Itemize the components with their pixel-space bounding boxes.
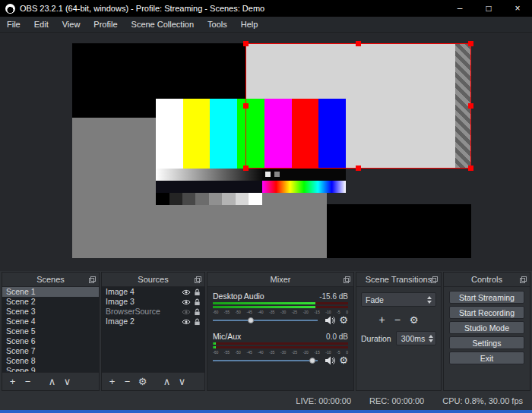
scene-list-item[interactable]: Scene 5 [2,326,99,336]
scale-tick-label: -60 [213,350,218,355]
mixer-channel-mic-aux: Mic/Aux 0.0 dB -60-55-50-45-40-35-30-25-… [213,332,348,365]
lock-icon[interactable] [194,288,201,296]
remove-source-icon[interactable]: − [122,376,132,387]
source-list-item[interactable]: Image 3 [102,297,204,307]
scene-list-item[interactable]: Scene 8 [2,356,99,366]
channel-level-db: 0.0 dB [326,333,348,341]
dock-popout-icon[interactable] [431,276,438,285]
spinbox-arrows-icon[interactable] [429,335,433,342]
source-black-rect-bottom-right[interactable] [327,204,471,258]
source-list-item[interactable]: Image 4 [102,287,204,297]
visibility-eye-icon[interactable] [182,299,191,305]
settings-button[interactable]: Settings [449,336,524,349]
lock-icon[interactable] [194,318,201,326]
selection-handle[interactable] [468,41,473,46]
volume-slider[interactable] [213,356,318,365]
scene-list-item[interactable]: Scene 6 [2,336,99,346]
gradient-strip-row [156,169,346,181]
scale-tick-label: -50 [236,350,241,355]
source-list-item[interactable]: BrowserSource [102,307,204,317]
speaker-icon[interactable] [325,356,335,365]
scene-list-item[interactable]: Scene 4 [2,317,99,326]
menu-view[interactable]: View [55,17,87,32]
close-button[interactable]: × [503,0,532,17]
dock-popout-icon[interactable] [344,276,350,285]
maximize-button[interactable]: □ [474,0,503,17]
selection-handle[interactable] [243,103,249,109]
selection-handle[interactable] [468,103,473,109]
channel-name: Desktop Audio [213,292,264,301]
selection-handle[interactable] [243,41,249,46]
rec-timer: REC: 00:00:00 [369,396,424,405]
minimize-button[interactable]: – [445,0,474,17]
remove-scene-icon[interactable]: − [23,376,33,387]
scene-transitions-dock: Scene Transitions Fade + − ⚙ Duration 30… [356,272,442,391]
volume-meter [213,346,348,348]
visibility-eye-icon[interactable] [182,289,191,295]
obs-main-window: OBS 23.2.1 (64-bit, windows) - Profile: … [0,0,532,413]
add-scene-icon[interactable]: + [8,376,17,387]
menu-edit[interactable]: Edit [27,17,55,32]
cpu-fps-status: CPU: 0.8%, 30.00 fps [442,396,523,405]
remove-transition-icon[interactable]: − [394,314,401,326]
selection-handle[interactable] [243,166,249,171]
channel-name: Mic/Aux [213,332,241,341]
exit-button[interactable]: Exit [449,352,524,364]
add-transition-icon[interactable]: + [378,314,385,326]
menu-help[interactable]: Help [234,17,265,32]
selection-handle[interactable] [468,166,473,171]
obs-logo-icon [5,4,15,14]
add-source-icon[interactable]: + [107,376,117,387]
scene-list-item[interactable]: Scene 3 [2,307,99,317]
scene-move-up-icon[interactable]: ∧ [47,376,57,387]
dock-popout-icon[interactable] [520,276,527,285]
lock-icon[interactable] [194,298,201,306]
mixer-gear-icon[interactable]: ⚙ [339,355,348,365]
visibility-eye-icon[interactable] [182,319,191,325]
preview-canvas[interactable] [0,33,532,271]
selection-handle[interactable] [356,166,361,171]
studio-mode-button[interactable]: Studio Mode [449,321,524,334]
controls-dock-title: Controls [471,275,502,284]
lock-icon[interactable] [194,308,201,316]
source-list-item[interactable]: Image 2 [102,317,204,326]
speaker-icon[interactable] [325,316,335,325]
selection-bounding-box[interactable] [245,43,471,169]
scene-list-item[interactable]: Scene 7 [2,346,99,356]
transition-select[interactable]: Fade [361,292,436,307]
scale-tick-label: -30 [280,350,286,355]
scale-tick-label: -25 [292,310,297,314]
volume-slider[interactable] [213,316,318,325]
visibility-eye-icon[interactable] [182,309,191,315]
combo-arrows-icon[interactable] [427,296,432,304]
volume-slider-handle[interactable] [309,358,315,364]
duration-spinbox[interactable]: 300ms [396,331,436,345]
mixer-db-scale: -60-55-50-45-40-35-30-25-20-15-10-50 [213,310,348,314]
transition-properties-gear-icon[interactable]: ⚙ [410,315,419,325]
scene-list-item[interactable]: Scene 2 [2,297,99,307]
scene-move-down-icon[interactable]: ∨ [62,376,72,387]
scale-tick-label: -15 [314,350,319,355]
menu-file[interactable]: File [0,17,27,32]
scale-tick-label: -10 [325,350,331,355]
scale-tick-label: -60 [213,310,218,314]
window-title: OBS 23.2.1 (64-bit, windows) - Profile: … [20,4,264,13]
menu-scene-collection[interactable]: Scene Collection [125,17,201,32]
menu-profile[interactable]: Profile [87,17,124,32]
dock-popout-icon[interactable] [89,276,96,285]
menu-tools[interactable]: Tools [201,17,234,32]
dock-popout-icon[interactable] [195,276,201,285]
source-properties-gear-icon[interactable]: ⚙ [138,376,147,387]
source-move-down-icon[interactable]: ∨ [177,376,187,387]
start-recording-button[interactable]: Start Recording [449,306,524,319]
source-move-up-icon[interactable]: ∧ [162,376,172,387]
scene-list-item[interactable]: Scene 1 [2,287,99,297]
scale-tick-label: -20 [303,350,309,355]
volume-slider-handle[interactable] [248,317,254,323]
scale-tick-label: -45 [246,310,252,314]
mixer-gear-icon[interactable]: ⚙ [339,315,348,325]
selection-handle[interactable] [356,41,361,46]
start-streaming-button[interactable]: Start Streaming [449,291,524,304]
scene-list-item[interactable]: Scene 9 [2,366,99,372]
scale-tick-label: -10 [325,310,331,314]
